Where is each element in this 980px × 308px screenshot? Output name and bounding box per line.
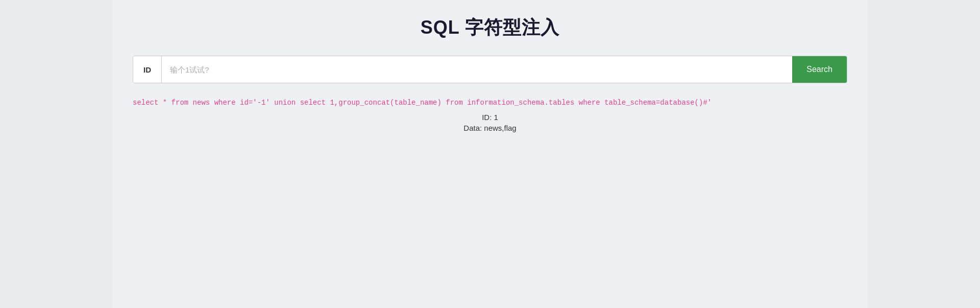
search-bar: ID Search [133,56,847,83]
page-title: SQL 字符型注入 [133,15,847,40]
outer-container: SQL 字符型注入 ID Search select * from news w… [0,0,980,308]
sql-query-display: select * from news where id='-1' union s… [133,99,847,107]
search-input[interactable] [162,56,792,83]
main-panel: SQL 字符型注入 ID Search select * from news w… [112,0,868,308]
result-id: ID: 1 [133,113,847,122]
search-button[interactable]: Search [792,56,847,83]
search-label: ID [133,56,162,83]
result-data: Data: news,flag [133,124,847,132]
